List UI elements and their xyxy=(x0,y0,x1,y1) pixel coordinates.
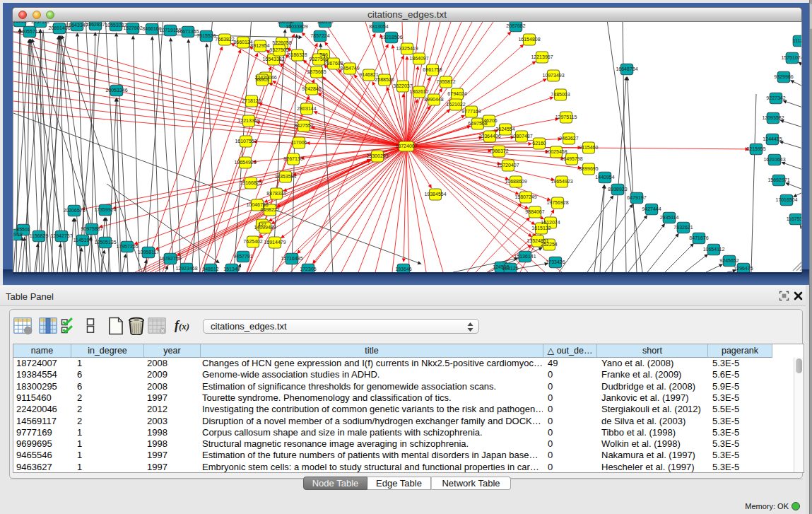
svg-text:7625402: 7625402 xyxy=(243,239,262,244)
svg-text:15692971: 15692971 xyxy=(767,177,789,182)
svg-text:252254: 252254 xyxy=(541,242,557,247)
svg-text:8454749: 8454749 xyxy=(340,66,359,71)
svg-text:19654923: 19654923 xyxy=(551,179,572,184)
svg-text:13919: 13919 xyxy=(13,232,23,237)
svg-text:1244415: 1244415 xyxy=(763,136,782,141)
svg-text:2367608: 2367608 xyxy=(324,61,343,66)
svg-text:7663822: 7663822 xyxy=(215,37,234,42)
svg-text:18643347: 18643347 xyxy=(66,23,88,28)
svg-text:16648784: 16648784 xyxy=(616,66,637,71)
svg-text:8215955: 8215955 xyxy=(746,146,765,151)
svg-text:17957255: 17957255 xyxy=(116,244,138,249)
svg-text:16154808: 16154808 xyxy=(518,37,540,42)
svg-text:172305: 172305 xyxy=(300,267,316,271)
svg-text:19756928: 19756928 xyxy=(546,200,568,205)
svg-text:1156829: 1156829 xyxy=(30,233,49,238)
svg-text:5226058: 5226058 xyxy=(272,40,291,45)
svg-text:193646: 193646 xyxy=(395,267,411,271)
svg-text:9777169: 9777169 xyxy=(461,109,481,114)
svg-text:18724007: 18724007 xyxy=(395,144,417,148)
svg-text:16107552: 16107552 xyxy=(235,139,257,144)
svg-text:9242845: 9242845 xyxy=(302,86,321,91)
svg-text:11123: 11123 xyxy=(793,38,802,43)
svg-text:19384554: 19384554 xyxy=(424,192,446,197)
svg-text:15136141: 15136141 xyxy=(514,254,536,259)
svg-text:12093582: 12093582 xyxy=(762,115,784,120)
svg-text:1864097: 1864097 xyxy=(409,56,428,61)
svg-text:1527602: 1527602 xyxy=(123,25,142,30)
svg-text:1440954: 1440954 xyxy=(595,175,614,180)
svg-text:6479197: 6479197 xyxy=(627,195,646,200)
svg-text:9245652: 9245652 xyxy=(719,258,739,263)
svg-text:98903: 98903 xyxy=(255,77,269,82)
svg-text:19166825: 19166825 xyxy=(240,180,261,185)
svg-text:12923468: 12923468 xyxy=(175,266,197,271)
svg-text:3624554: 3624554 xyxy=(495,127,514,132)
svg-text:8878334: 8878334 xyxy=(266,191,286,196)
svg-text:9115460: 9115460 xyxy=(579,145,599,150)
svg-text:62160: 62160 xyxy=(532,141,546,146)
svg-text:8938923: 8938923 xyxy=(608,187,627,192)
svg-text:3875685: 3875685 xyxy=(307,69,326,74)
svg-text:10654112: 10654112 xyxy=(703,247,725,252)
svg-text:7485003: 7485003 xyxy=(551,92,570,97)
svg-text:2935114: 2935114 xyxy=(660,215,679,220)
svg-text:15720407: 15720407 xyxy=(497,163,519,168)
svg-text:9463627: 9463627 xyxy=(559,136,578,141)
svg-text:12942737: 12942737 xyxy=(50,233,72,238)
svg-text:85501: 85501 xyxy=(16,227,30,232)
svg-text:13325419: 13325419 xyxy=(396,46,418,51)
svg-text:9884067: 9884067 xyxy=(525,209,544,214)
svg-text:16543382: 16543382 xyxy=(262,57,284,62)
svg-text:16495798: 16495798 xyxy=(560,156,582,161)
svg-text:12213369: 12213369 xyxy=(237,118,259,123)
svg-text:16210643: 16210643 xyxy=(763,157,785,162)
svg-text:1862837: 1862837 xyxy=(86,22,105,27)
svg-text:8471676: 8471676 xyxy=(689,235,708,240)
svg-text:9329966: 9329966 xyxy=(774,74,793,79)
svg-text:2803144: 2803144 xyxy=(297,106,316,111)
svg-text:8899695: 8899695 xyxy=(579,166,598,171)
svg-text:10973493: 10973493 xyxy=(542,73,564,78)
svg-text:15807249: 15807249 xyxy=(514,194,536,199)
svg-text:1615132: 1615132 xyxy=(531,226,551,230)
svg-text:20206576: 20206576 xyxy=(63,208,85,213)
svg-text:8267130: 8267130 xyxy=(283,156,302,161)
svg-text:6794024: 6794024 xyxy=(447,91,466,96)
svg-text:16671355: 16671355 xyxy=(177,29,199,34)
svg-text:1362612: 1362612 xyxy=(409,89,428,94)
svg-text:10807487: 10807487 xyxy=(510,134,532,139)
svg-text:948612: 948612 xyxy=(202,267,218,271)
svg-text:25300293: 25300293 xyxy=(366,153,388,158)
svg-text:746206: 746206 xyxy=(481,118,497,123)
svg-text:20364436: 20364436 xyxy=(478,134,500,139)
svg-text:8186328: 8186328 xyxy=(288,52,307,57)
svg-text:3822037: 3822037 xyxy=(393,83,412,88)
svg-text:90975887: 90975887 xyxy=(81,226,102,231)
svg-text:4498222: 4498222 xyxy=(260,207,279,212)
svg-text:7832621: 7832621 xyxy=(673,225,693,230)
svg-text:9146821: 9146821 xyxy=(359,72,378,77)
svg-text:7955812: 7955812 xyxy=(436,79,455,84)
svg-text:12213967: 12213967 xyxy=(531,54,553,59)
svg-text:9327505: 9327505 xyxy=(269,47,288,52)
svg-text:7857224: 7857224 xyxy=(310,33,329,38)
svg-text:16033809: 16033809 xyxy=(286,24,307,29)
svg-text:2588520: 2588520 xyxy=(375,77,394,82)
svg-text:1167533: 1167533 xyxy=(787,216,802,221)
svg-text:2087682: 2087682 xyxy=(506,23,525,28)
svg-text:10046786: 10046786 xyxy=(246,202,268,207)
svg-text:1621022: 1621022 xyxy=(446,102,465,107)
svg-text:11353594: 11353594 xyxy=(275,174,297,179)
svg-text:8912954: 8912954 xyxy=(250,43,269,48)
svg-text:10688609: 10688609 xyxy=(505,179,526,184)
svg-text:10958117: 10958117 xyxy=(138,250,160,255)
svg-text:9227342: 9227342 xyxy=(766,95,785,100)
svg-text:163125: 163125 xyxy=(502,266,518,271)
svg-text:9427444: 9427444 xyxy=(642,206,661,211)
svg-text:14055713: 14055713 xyxy=(18,29,40,34)
svg-text:16782759: 16782759 xyxy=(159,256,181,261)
svg-text:1296475: 1296475 xyxy=(734,266,753,271)
svg-text:17016504: 17016504 xyxy=(775,197,797,202)
svg-text:7986372: 7986372 xyxy=(489,148,508,153)
